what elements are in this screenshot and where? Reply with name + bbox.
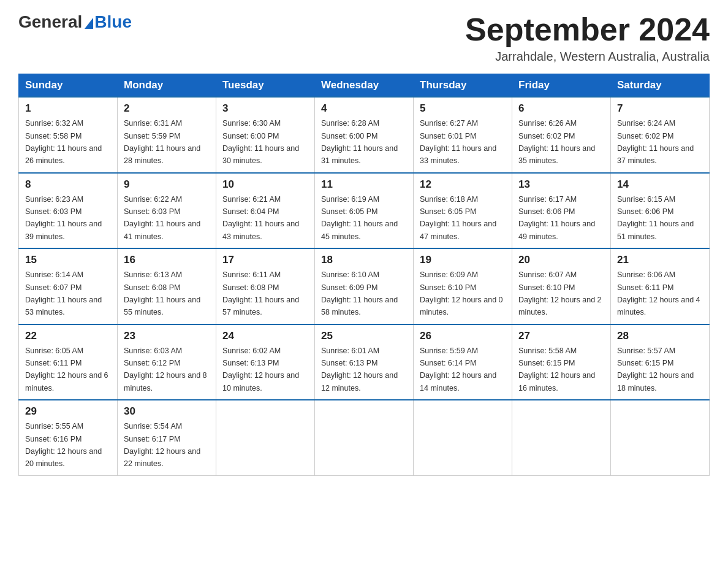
day-number: 25 (321, 330, 407, 342)
col-wednesday: Wednesday (315, 74, 414, 98)
day-number: 24 (222, 330, 308, 342)
day-number: 11 (321, 178, 407, 191)
day-info: Sunrise: 6:13 AMSunset: 6:08 PMDaylight:… (124, 270, 200, 316)
header-row: Sunday Monday Tuesday Wednesday Thursday… (19, 74, 710, 98)
calendar-cell: 21 Sunrise: 6:06 AMSunset: 6:11 PMDaylig… (611, 248, 710, 324)
col-monday: Monday (118, 74, 216, 98)
day-number: 7 (617, 102, 703, 115)
calendar-cell: 19 Sunrise: 6:09 AMSunset: 6:10 PMDaylig… (414, 248, 512, 324)
logo-triangle-icon (85, 18, 93, 29)
day-info: Sunrise: 6:27 AMSunset: 6:01 PMDaylight:… (420, 119, 496, 165)
header: General Blue September 2024 Jarrahdale, … (18, 12, 710, 64)
location: Jarrahdale, Western Australia, Australia (465, 50, 710, 64)
day-number: 10 (222, 178, 308, 191)
day-number: 17 (222, 254, 308, 266)
day-number: 2 (124, 102, 210, 115)
calendar-cell: 9 Sunrise: 6:22 AMSunset: 6:03 PMDayligh… (118, 173, 216, 249)
day-info: Sunrise: 6:26 AMSunset: 6:02 PMDaylight:… (518, 119, 595, 165)
day-info: Sunrise: 6:02 AMSunset: 6:13 PMDaylight:… (222, 347, 299, 393)
day-number: 26 (420, 330, 506, 342)
day-number: 21 (617, 254, 703, 266)
day-number: 15 (25, 254, 111, 266)
day-info: Sunrise: 6:28 AMSunset: 6:00 PMDaylight:… (321, 119, 398, 165)
day-info: Sunrise: 6:32 AMSunset: 5:58 PMDaylight:… (25, 119, 102, 165)
day-number: 18 (321, 254, 407, 266)
calendar-cell: 24 Sunrise: 6:02 AMSunset: 6:13 PMDaylig… (216, 324, 315, 400)
calendar-cell: 5 Sunrise: 6:27 AMSunset: 6:01 PMDayligh… (414, 97, 512, 173)
day-info: Sunrise: 6:01 AMSunset: 6:13 PMDaylight:… (321, 347, 398, 393)
day-number: 14 (617, 178, 703, 191)
day-number: 3 (222, 102, 308, 115)
calendar-cell: 26 Sunrise: 5:59 AMSunset: 6:14 PMDaylig… (414, 324, 512, 400)
day-number: 27 (518, 330, 604, 342)
day-number: 19 (420, 254, 506, 266)
calendar-cell (414, 400, 512, 475)
day-number: 4 (321, 102, 407, 115)
day-info: Sunrise: 5:58 AMSunset: 6:15 PMDaylight:… (518, 347, 595, 393)
day-info: Sunrise: 6:10 AMSunset: 6:09 PMDaylight:… (321, 270, 398, 316)
calendar-cell: 29 Sunrise: 5:55 AMSunset: 6:16 PMDaylig… (19, 400, 118, 475)
day-info: Sunrise: 6:30 AMSunset: 6:00 PMDaylight:… (222, 119, 299, 165)
week-row-5: 29 Sunrise: 5:55 AMSunset: 6:16 PMDaylig… (19, 400, 710, 475)
day-number: 13 (518, 178, 604, 191)
calendar-cell: 7 Sunrise: 6:24 AMSunset: 6:02 PMDayligh… (611, 97, 710, 173)
calendar-cell: 22 Sunrise: 6:05 AMSunset: 6:11 PMDaylig… (19, 324, 118, 400)
logo-blue-word: Blue (94, 12, 132, 32)
day-info: Sunrise: 6:31 AMSunset: 5:59 PMDaylight:… (124, 119, 200, 165)
calendar-cell: 20 Sunrise: 6:07 AMSunset: 6:10 PMDaylig… (512, 248, 611, 324)
calendar-cell: 10 Sunrise: 6:21 AMSunset: 6:04 PMDaylig… (216, 173, 315, 249)
col-thursday: Thursday (414, 74, 512, 98)
day-info: Sunrise: 6:19 AMSunset: 6:05 PMDaylight:… (321, 195, 398, 241)
day-number: 1 (25, 102, 111, 115)
calendar-cell: 13 Sunrise: 6:17 AMSunset: 6:06 PMDaylig… (512, 173, 611, 249)
calendar-cell (611, 400, 710, 475)
calendar-cell (315, 400, 414, 475)
day-info: Sunrise: 6:06 AMSunset: 6:11 PMDaylight:… (617, 270, 700, 316)
logo: General Blue (18, 12, 132, 32)
calendar-cell: 18 Sunrise: 6:10 AMSunset: 6:09 PMDaylig… (315, 248, 414, 324)
week-row-3: 15 Sunrise: 6:14 AMSunset: 6:07 PMDaylig… (19, 248, 710, 324)
page: General Blue September 2024 Jarrahdale, … (0, 0, 728, 494)
day-number: 12 (420, 178, 506, 191)
day-number: 28 (617, 330, 703, 342)
day-info: Sunrise: 6:24 AMSunset: 6:02 PMDaylight:… (617, 119, 694, 165)
day-info: Sunrise: 6:18 AMSunset: 6:05 PMDaylight:… (420, 195, 496, 241)
day-number: 20 (518, 254, 604, 266)
day-info: Sunrise: 5:59 AMSunset: 6:14 PMDaylight:… (420, 347, 496, 393)
day-number: 6 (518, 102, 604, 115)
week-row-2: 8 Sunrise: 6:23 AMSunset: 6:03 PMDayligh… (19, 173, 710, 249)
day-number: 29 (25, 405, 111, 418)
col-sunday: Sunday (19, 74, 118, 98)
calendar-cell: 2 Sunrise: 6:31 AMSunset: 5:59 PMDayligh… (118, 97, 216, 173)
day-number: 5 (420, 102, 506, 115)
day-info: Sunrise: 6:15 AMSunset: 6:06 PMDaylight:… (617, 195, 694, 241)
calendar-cell: 23 Sunrise: 6:03 AMSunset: 6:12 PMDaylig… (118, 324, 216, 400)
day-info: Sunrise: 6:23 AMSunset: 6:03 PMDaylight:… (25, 195, 102, 241)
day-number: 22 (25, 330, 111, 342)
logo-text: General Blue (18, 12, 132, 32)
day-number: 9 (124, 178, 210, 191)
day-info: Sunrise: 6:11 AMSunset: 6:08 PMDaylight:… (222, 270, 299, 316)
week-row-4: 22 Sunrise: 6:05 AMSunset: 6:11 PMDaylig… (19, 324, 710, 400)
day-info: Sunrise: 6:05 AMSunset: 6:11 PMDaylight:… (25, 347, 108, 393)
logo-blue: Blue (82, 12, 132, 32)
calendar-table: Sunday Monday Tuesday Wednesday Thursday… (18, 74, 710, 476)
calendar-cell: 30 Sunrise: 5:54 AMSunset: 6:17 PMDaylig… (118, 400, 216, 475)
calendar-cell: 15 Sunrise: 6:14 AMSunset: 6:07 PMDaylig… (19, 248, 118, 324)
calendar-cell: 1 Sunrise: 6:32 AMSunset: 5:58 PMDayligh… (19, 97, 118, 173)
day-number: 23 (124, 330, 210, 342)
col-tuesday: Tuesday (216, 74, 315, 98)
calendar-cell: 27 Sunrise: 5:58 AMSunset: 6:15 PMDaylig… (512, 324, 611, 400)
calendar-cell: 12 Sunrise: 6:18 AMSunset: 6:05 PMDaylig… (414, 173, 512, 249)
col-friday: Friday (512, 74, 611, 98)
day-info: Sunrise: 6:14 AMSunset: 6:07 PMDaylight:… (25, 270, 102, 316)
calendar-cell: 28 Sunrise: 5:57 AMSunset: 6:15 PMDaylig… (611, 324, 710, 400)
logo-general: General (18, 12, 82, 32)
day-number: 30 (124, 405, 210, 418)
day-info: Sunrise: 6:17 AMSunset: 6:06 PMDaylight:… (518, 195, 595, 241)
day-info: Sunrise: 6:03 AMSunset: 6:12 PMDaylight:… (124, 347, 207, 393)
day-number: 16 (124, 254, 210, 266)
day-number: 8 (25, 178, 111, 191)
day-info: Sunrise: 6:22 AMSunset: 6:03 PMDaylight:… (124, 195, 200, 241)
day-info: Sunrise: 6:21 AMSunset: 6:04 PMDaylight:… (222, 195, 299, 241)
